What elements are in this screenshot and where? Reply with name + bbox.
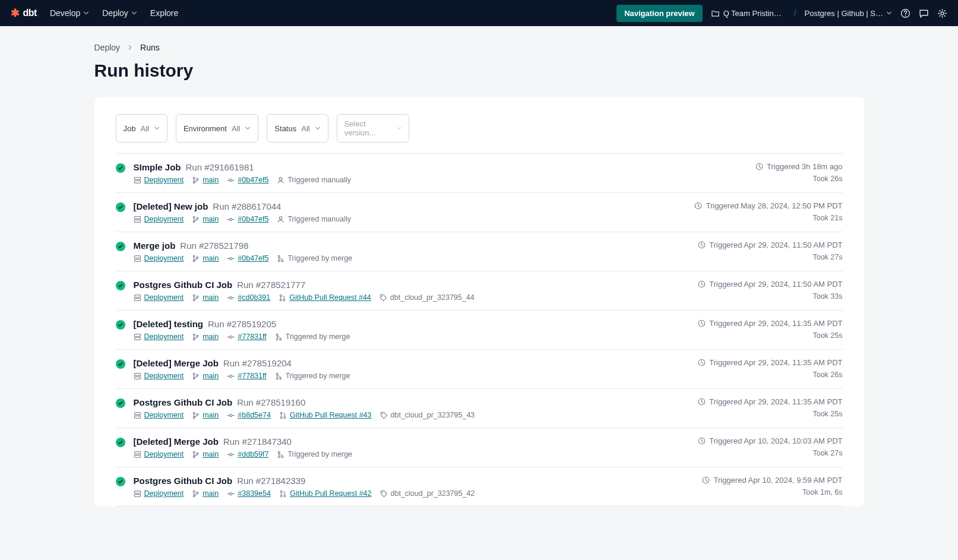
clock-icon [694,202,702,210]
account-switcher[interactable]: Q Team Pristine S… [711,9,786,18]
commit-link[interactable]: #cd0b391 [238,293,270,302]
commit-link[interactable]: #ddb59f7 [238,450,268,458]
nav-explore[interactable]: Explore [150,8,178,18]
env-link[interactable]: Deployment [144,372,184,380]
run-row[interactable]: Postgres Github CI Job Run #278521777 De… [116,271,843,311]
run-row[interactable]: [Deleted] New job Run #288617044 Deploym… [116,193,843,232]
filter-version[interactable]: Select version... [337,114,409,143]
run-triggered: Triggered May 28, 2024, 12:50 PM PDT [694,201,842,210]
branch-link[interactable]: main [203,293,219,302]
run-commit: #77831ff [227,333,266,341]
run-branch: main [192,489,219,498]
deployment-icon [134,176,141,184]
run-row[interactable]: Postgres Github CI Job Run #271842339 De… [116,467,843,507]
chevron-down-icon [397,125,401,131]
env-link[interactable]: Deployment [144,293,184,302]
branch-icon [192,255,200,262]
env-link[interactable]: Deployment [144,450,184,458]
user-icon [277,216,284,223]
run-row[interactable]: [Deleted] Merge Job Run #278519204 Deplo… [116,350,843,389]
run-id: Run #278521798 [180,241,248,251]
feedback-button[interactable] [919,8,929,18]
filter-environment[interactable]: Environment All [176,114,258,143]
run-duration: Took 26s [812,371,842,379]
check-icon [118,479,124,485]
branch-link[interactable]: main [203,254,219,262]
run-trigger: Triggered by merge [277,450,352,458]
nav-deploy[interactable]: Deploy [102,8,137,18]
commit-link[interactable]: #77831ff [238,372,266,380]
run-row[interactable]: [Deleted] Merge Job Run #271847340 Deplo… [116,428,843,467]
run-duration: Took 25s [812,331,842,340]
commit-link[interactable]: #0b47ef5 [238,254,268,262]
deployment-icon [134,372,141,380]
pr-link[interactable]: GitHub Pull Request #42 [290,489,372,498]
pr-link[interactable]: GitHub Pull Request #43 [290,411,372,419]
page-title: Run history [94,61,864,81]
navigation-preview-button[interactable]: Navigation preview [616,5,702,22]
pr-link[interactable]: GitHub Pull Request #44 [289,293,371,302]
env-link[interactable]: Deployment [144,215,184,223]
env-link[interactable]: Deployment [144,176,184,184]
run-env: Deployment [134,333,184,341]
run-job-name: [Deleted] New job [134,201,208,211]
help-button[interactable] [900,8,910,18]
tag-icon [380,490,388,498]
branch-link[interactable]: main [203,489,219,498]
env-link[interactable]: Deployment [144,489,184,498]
env-link[interactable]: Deployment [144,411,184,419]
commit-icon [227,451,235,458]
run-row[interactable]: Postgres Github CI Job Run #278519160 De… [116,389,843,428]
branch-link[interactable]: main [203,450,219,458]
filter-status[interactable]: Status All [267,114,328,143]
run-row[interactable]: Merge job Run #278521798 Deployment main… [116,232,843,271]
logo[interactable]: ✱ dbt [11,7,37,20]
run-id: Run #278519205 [208,319,276,329]
env-link[interactable]: Deployment [144,333,184,341]
run-row[interactable]: [Deleted] testing Run #278519205 Deploym… [116,311,843,350]
run-duration: Took 26s [812,175,842,183]
breadcrumb-root[interactable]: Deploy [94,43,121,52]
commit-link[interactable]: #0b47ef5 [238,215,268,223]
run-triggered: Triggered Apr 29, 2024, 11:50 AM PDT [698,280,842,289]
help-icon [900,8,910,18]
run-env: Deployment [134,293,184,302]
commit-link[interactable]: #0b47ef5 [238,176,268,184]
commit-icon [227,372,235,380]
user-icon [277,176,284,184]
status-success-icon [116,320,125,330]
branch-link[interactable]: main [203,411,219,419]
run-job-name: Postgres Github CI Job [134,476,233,486]
run-commit: #3839e54 [227,489,271,498]
run-duration: Took 1m, 6s [802,488,842,496]
run-commit: #0b47ef5 [227,176,268,184]
run-triggered: Triggered Apr 10, 2024, 10:03 AM PDT [698,436,842,445]
branch-link[interactable]: main [203,176,219,184]
run-job-name: Postgres Github CI Job [134,280,233,290]
clock-icon [702,476,710,484]
deployment-icon [134,333,141,341]
run-extra: dbt_cloud_pr_323795_43 [380,411,475,419]
commit-link[interactable]: #b8d5e74 [238,411,271,419]
branch-icon [192,372,200,380]
branch-link[interactable]: main [203,372,219,380]
commit-link[interactable]: #3839e54 [238,489,271,498]
filter-job[interactable]: Job All [116,114,167,143]
branch-link[interactable]: main [203,215,219,223]
check-icon [118,243,124,249]
connection-switcher[interactable]: Postgres | Github | S… [805,9,892,18]
run-triggered: Triggered Apr 10, 2024, 9:59 AM PDT [702,476,842,485]
merge-icon [277,255,284,262]
commit-link[interactable]: #77831ff [238,333,266,341]
run-env: Deployment [134,254,184,262]
run-commit: #0b47ef5 [227,254,268,262]
deployment-icon [134,412,141,419]
nav-develop[interactable]: Develop [50,8,89,18]
env-link[interactable]: Deployment [144,254,184,262]
run-triggered: Triggered Apr 29, 2024, 11:50 AM PDT [698,241,842,249]
settings-button[interactable] [937,8,947,18]
run-row[interactable]: SImple Job Run #291661981 Deployment mai… [116,154,843,193]
branch-link[interactable]: main [203,333,219,341]
merge-icon [277,451,284,458]
run-pr: GitHub Pull Request #43 [279,411,372,419]
